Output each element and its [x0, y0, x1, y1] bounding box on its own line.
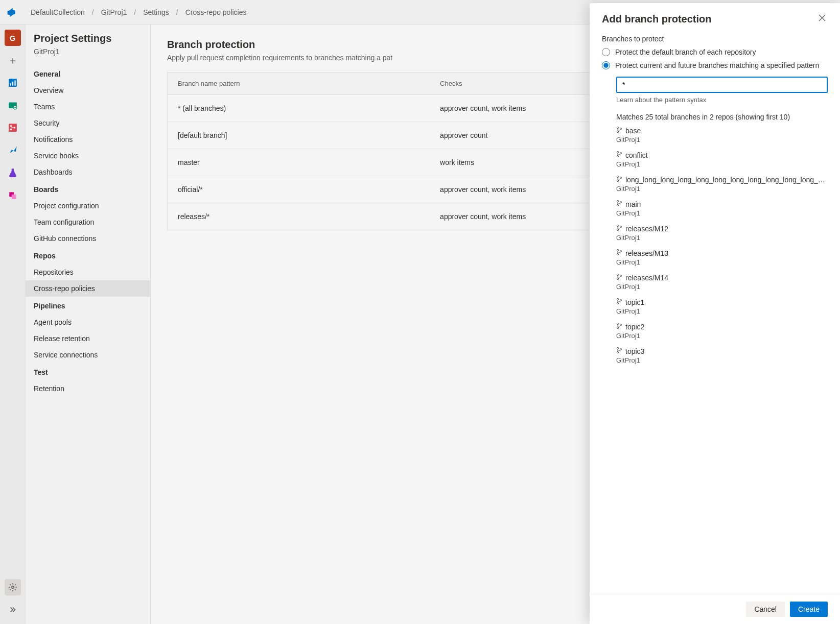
- breadcrumb-item[interactable]: Cross-repo policies: [183, 8, 249, 16]
- branch-repo: GitProj1: [616, 209, 828, 217]
- svg-point-35: [617, 302, 618, 304]
- svg-rect-1: [10, 83, 11, 86]
- sidebar-item[interactable]: GitHub connections: [26, 230, 150, 247]
- branch-match-item[interactable]: conflictGitProj1: [616, 151, 828, 168]
- breadcrumb-sep: /: [87, 8, 99, 16]
- overview-icon[interactable]: [5, 75, 21, 91]
- expand-icon[interactable]: [5, 602, 21, 618]
- sidebar-section-heading: Pipelines: [26, 297, 150, 314]
- radio-protect-default-label: Protect the default branch of each repos…: [615, 48, 756, 56]
- branch-repo: GitProj1: [616, 234, 828, 242]
- branch-icon: [616, 224, 622, 233]
- breadcrumb-sep: /: [171, 8, 183, 16]
- svg-point-13: [617, 127, 618, 128]
- svg-point-31: [617, 274, 618, 275]
- add-icon[interactable]: ＋: [5, 52, 21, 68]
- azure-devops-logo[interactable]: [5, 6, 18, 19]
- matches-summary: Matches 25 total branches in 2 repos (sh…: [616, 113, 828, 121]
- sidebar-item[interactable]: Notifications: [26, 131, 150, 148]
- svg-point-17: [617, 155, 618, 157]
- branch-icon: [616, 175, 622, 184]
- pipelines-icon[interactable]: [5, 142, 21, 158]
- svg-point-20: [617, 180, 618, 181]
- breadcrumb-item[interactable]: DefaultCollection: [29, 8, 87, 16]
- test-plans-icon[interactable]: [5, 164, 21, 181]
- branch-match-item[interactable]: mainGitProj1: [616, 200, 828, 217]
- branch-repo: GitProj1: [616, 185, 828, 193]
- svg-point-41: [617, 351, 618, 353]
- svg-point-37: [617, 323, 618, 324]
- svg-rect-3: [14, 81, 15, 86]
- svg-point-22: [617, 200, 618, 202]
- cancel-button[interactable]: Cancel: [746, 602, 785, 617]
- svg-point-19: [617, 176, 618, 177]
- sidebar-section-heading: Repos: [26, 247, 150, 264]
- svg-rect-2: [12, 82, 13, 86]
- pattern-cell: * (all branches): [168, 95, 430, 122]
- branch-matches-list: baseGitProj1conflictGitProj1long_long_lo…: [616, 126, 828, 364]
- panel-title: Add branch protection: [602, 13, 711, 25]
- close-icon[interactable]: [816, 12, 828, 26]
- svg-rect-11: [11, 195, 16, 199]
- sidebar-item[interactable]: Teams: [26, 99, 150, 115]
- branch-name: long_long_long_long_long_long_long_long_…: [625, 176, 828, 184]
- create-button[interactable]: Create: [790, 602, 828, 617]
- repos-icon[interactable]: [5, 119, 21, 136]
- settings-sidebar: Project Settings GitProj1 GeneralOvervie…: [26, 25, 151, 624]
- left-rail: G ＋: [0, 25, 26, 624]
- branches-to-protect-label: Branches to protect: [602, 35, 828, 43]
- sidebar-item[interactable]: Dashboards: [26, 164, 150, 180]
- breadcrumb: DefaultCollection / GitProj1 / Settings …: [29, 8, 249, 16]
- svg-point-14: [617, 131, 618, 132]
- branch-match-item[interactable]: baseGitProj1: [616, 126, 828, 143]
- sidebar-item[interactable]: Agent pools: [26, 314, 150, 330]
- sidebar-item[interactable]: Project configuration: [26, 198, 150, 214]
- branch-icon: [616, 151, 622, 159]
- branch-repo: GitProj1: [616, 307, 828, 315]
- branch-match-item[interactable]: topic1GitProj1: [616, 298, 828, 315]
- branch-repo: GitProj1: [616, 160, 828, 168]
- branch-icon: [616, 273, 622, 282]
- branch-match-item[interactable]: topic3GitProj1: [616, 347, 828, 364]
- radio-protect-pattern[interactable]: Protect current and future branches matc…: [602, 61, 828, 69]
- radio-protect-default-input[interactable]: [602, 48, 610, 56]
- settings-icon[interactable]: [5, 579, 21, 595]
- branch-match-item[interactable]: releases/M12GitProj1: [616, 224, 828, 242]
- breadcrumb-item[interactable]: GitProj1: [99, 8, 129, 16]
- svg-point-25: [617, 225, 618, 226]
- boards-icon[interactable]: [5, 97, 21, 113]
- pattern-cell: master: [168, 149, 430, 176]
- branch-icon: [616, 249, 622, 257]
- pattern-cell: official/*: [168, 176, 430, 203]
- radio-protect-pattern-input[interactable]: [602, 61, 610, 69]
- sidebar-item[interactable]: Repositories: [26, 264, 150, 280]
- sidebar-item[interactable]: Cross-repo policies: [26, 280, 150, 297]
- column-header[interactable]: Branch name pattern: [168, 73, 430, 95]
- sidebar-item[interactable]: Release retention: [26, 330, 150, 347]
- artifacts-icon[interactable]: [5, 187, 21, 203]
- sidebar-item[interactable]: Service connections: [26, 347, 150, 363]
- sidebar-item[interactable]: Retention: [26, 380, 150, 397]
- branch-name: topic1: [625, 298, 644, 306]
- project-avatar[interactable]: G: [5, 30, 21, 46]
- svg-point-40: [617, 347, 618, 349]
- sidebar-item[interactable]: Service hooks: [26, 148, 150, 164]
- pattern-cell: [default branch]: [168, 122, 430, 149]
- pattern-input[interactable]: [616, 77, 828, 93]
- breadcrumb-item[interactable]: Settings: [141, 8, 171, 16]
- branch-match-item[interactable]: releases/M13GitProj1: [616, 249, 828, 266]
- sidebar-item[interactable]: Security: [26, 115, 150, 131]
- sidebar-item[interactable]: Overview: [26, 82, 150, 99]
- branch-match-item[interactable]: long_long_long_long_long_long_long_long_…: [616, 175, 828, 193]
- learn-pattern-syntax-link[interactable]: Learn about the pattern syntax: [616, 96, 828, 104]
- branch-name: releases/M13: [625, 249, 668, 257]
- sidebar-item[interactable]: Team configuration: [26, 214, 150, 230]
- branch-repo: GitProj1: [616, 356, 828, 364]
- radio-protect-default[interactable]: Protect the default branch of each repos…: [602, 48, 828, 56]
- svg-point-28: [617, 249, 618, 251]
- branch-icon: [616, 347, 622, 355]
- radio-protect-pattern-label: Protect current and future branches matc…: [615, 61, 819, 69]
- branch-match-item[interactable]: topic2GitProj1: [616, 322, 828, 340]
- branch-match-item[interactable]: releases/M14GitProj1: [616, 273, 828, 291]
- sidebar-section-heading: Boards: [26, 180, 150, 198]
